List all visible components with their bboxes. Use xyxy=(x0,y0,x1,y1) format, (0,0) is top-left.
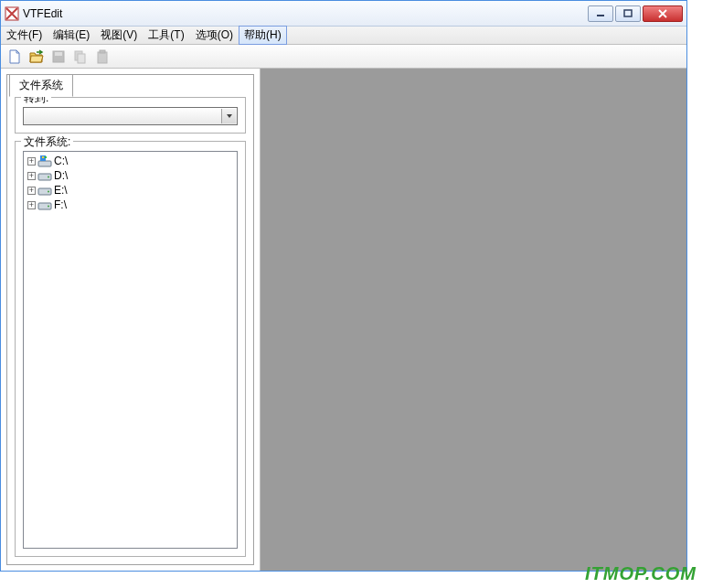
minimize-button[interactable] xyxy=(588,5,613,22)
filesystem-group: 文件系统: + C:\ + xyxy=(15,141,246,557)
tab-filesystem[interactable]: 文件系统 xyxy=(9,74,73,97)
toolbar xyxy=(1,45,686,69)
body-area: 文件系统 转到: 文件系统: xyxy=(1,69,686,571)
svg-rect-4 xyxy=(55,52,62,56)
tree-item-drive-f[interactable]: + F:\ xyxy=(26,198,235,212)
tab-container: 文件系统 转到: 文件系统: xyxy=(6,74,254,565)
svg-rect-7 xyxy=(98,52,107,63)
menu-view[interactable]: 视图(V) xyxy=(95,26,143,45)
expand-icon[interactable]: + xyxy=(27,201,36,209)
menu-help[interactable]: 帮助(H) xyxy=(239,26,287,45)
svg-point-16 xyxy=(48,191,49,193)
goto-combobox[interactable] xyxy=(23,107,238,125)
window-controls xyxy=(588,5,683,22)
close-button[interactable] xyxy=(643,5,683,22)
main-window: VTFEdit 文件(F) 编辑(E) 视图(V) 工具(T) 选项(O) 帮助… xyxy=(0,0,687,572)
svg-rect-8 xyxy=(100,50,105,53)
svg-point-14 xyxy=(48,176,49,178)
svg-rect-12 xyxy=(45,156,47,158)
chevron-down-icon xyxy=(221,109,236,123)
disk-drive-icon xyxy=(37,168,52,183)
system-drive-icon xyxy=(37,154,52,168)
save-button xyxy=(48,47,69,67)
goto-group: 转到: xyxy=(15,97,246,134)
svg-rect-2 xyxy=(624,10,632,16)
menubar: 文件(F) 编辑(E) 视图(V) 工具(T) 选项(O) 帮助(H) xyxy=(1,27,686,45)
new-file-button[interactable] xyxy=(5,47,25,67)
app-icon xyxy=(5,6,19,21)
drive-label: F:\ xyxy=(54,198,67,211)
drive-label: D:\ xyxy=(54,169,68,182)
svg-point-18 xyxy=(48,206,49,208)
tree-item-drive-c[interactable]: + C:\ xyxy=(26,154,235,168)
tree-item-drive-d[interactable]: + D:\ xyxy=(26,168,235,183)
drive-label: C:\ xyxy=(54,155,68,167)
drive-tree[interactable]: + C:\ + D:\ xyxy=(23,151,238,549)
svg-rect-9 xyxy=(38,161,51,166)
tab-strip: 文件系统 xyxy=(9,74,73,97)
svg-rect-6 xyxy=(78,54,85,63)
paste-button xyxy=(92,47,112,67)
menu-tools[interactable]: 工具(T) xyxy=(143,26,189,45)
expand-icon[interactable]: + xyxy=(27,157,36,166)
menu-options[interactable]: 选项(O) xyxy=(190,26,239,45)
tree-item-drive-e[interactable]: + E:\ xyxy=(26,183,235,198)
disk-drive-icon xyxy=(37,183,52,198)
menu-edit[interactable]: 编辑(E) xyxy=(48,26,95,45)
window-title: VTFEdit xyxy=(23,7,588,20)
expand-icon[interactable]: + xyxy=(27,187,36,195)
expand-icon[interactable]: + xyxy=(27,172,36,180)
titlebar: VTFEdit xyxy=(1,1,686,27)
copy-button xyxy=(70,47,90,67)
disk-drive-icon xyxy=(37,198,52,212)
svg-rect-11 xyxy=(42,156,44,158)
left-panel: 文件系统 转到: 文件系统: xyxy=(1,69,261,571)
tab-body: 转到: 文件系统: + xyxy=(7,75,253,564)
watermark: ITMOP.COM xyxy=(585,563,697,584)
open-file-button[interactable] xyxy=(27,47,47,67)
content-area xyxy=(261,69,686,571)
maximize-button[interactable] xyxy=(615,5,641,22)
menu-file[interactable]: 文件(F) xyxy=(1,26,48,45)
drive-label: E:\ xyxy=(54,184,68,197)
filesystem-label: 文件系统: xyxy=(21,134,73,150)
